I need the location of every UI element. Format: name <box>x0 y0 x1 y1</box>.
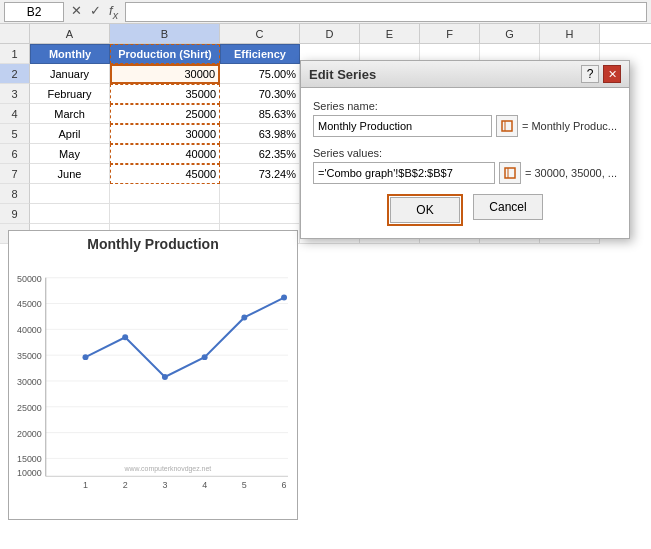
series-name-label: Series name: <box>313 100 617 112</box>
row-num-2: 2 <box>0 64 30 84</box>
series-values-input[interactable] <box>313 162 495 184</box>
column-headers: A B C D E F G H <box>0 24 651 44</box>
cell-C4[interactable]: 85.63% <box>220 104 300 124</box>
row-num-5: 5 <box>0 124 30 144</box>
dialog-title: Edit Series <box>309 67 376 82</box>
formula-bar: ✕ ✓ fx <box>0 0 651 24</box>
ref-icon <box>501 120 513 132</box>
cell-A7[interactable]: June <box>30 164 110 184</box>
series-name-eq: = Monthly Produc... <box>522 120 617 132</box>
row-num-8: 8 <box>0 184 30 204</box>
cancel-button[interactable]: Cancel <box>473 194 543 220</box>
svg-text:5: 5 <box>242 480 247 490</box>
series-name-input[interactable] <box>313 115 492 137</box>
row-num-1: 1 <box>0 44 30 64</box>
cell-C6[interactable]: 62.35% <box>220 144 300 164</box>
cell-B5[interactable]: 30000 <box>110 124 220 144</box>
dialog-help-button[interactable]: ? <box>581 65 599 83</box>
series-values-label: Series values: <box>313 147 617 159</box>
cell-A3[interactable]: February <box>30 84 110 104</box>
svg-text:45000: 45000 <box>17 300 42 310</box>
cell-C1[interactable]: Efficiency <box>220 44 300 64</box>
svg-text:20000: 20000 <box>17 429 42 439</box>
cell-B3[interactable]: 35000 <box>110 84 220 104</box>
cell-A6[interactable]: May <box>30 144 110 164</box>
dialog-body: Series name: = Monthly Produc... Series … <box>301 88 629 238</box>
col-header-B[interactable]: B <box>110 24 220 43</box>
cell-C5[interactable]: 63.98% <box>220 124 300 144</box>
cell-B2[interactable]: 30000 <box>110 64 220 84</box>
svg-rect-26 <box>502 121 512 131</box>
chart-inner: 50000 45000 40000 35000 30000 25000 2000… <box>14 257 292 497</box>
cell-B4[interactable]: 25000 <box>110 104 220 124</box>
series-values-row: = 30000, 35000, ... <box>313 162 617 184</box>
chart-area: Monthly Production 50000 45000 40000 350… <box>8 230 298 520</box>
cell-A8[interactable] <box>30 184 110 204</box>
cell-C8[interactable] <box>220 184 300 204</box>
svg-text:2: 2 <box>123 480 128 490</box>
row-numbers: 1 2 3 4 5 6 7 8 9 10 <box>0 44 30 244</box>
dialog-titlebar: Edit Series ? ✕ <box>301 61 629 88</box>
row-num-7: 7 <box>0 164 30 184</box>
svg-text:25000: 25000 <box>17 403 42 413</box>
spreadsheet: ✕ ✓ fx A B C D E F G H 1 2 3 4 5 6 7 8 9… <box>0 0 651 549</box>
cell-B1[interactable]: Production (Shirt) <box>110 44 220 64</box>
edit-series-dialog: Edit Series ? ✕ Series name: = Monthly P… <box>300 60 630 239</box>
svg-text:www.computerknovdgez.net: www.computerknovdgez.net <box>124 465 212 473</box>
series-name-row: = Monthly Produc... <box>313 115 617 137</box>
row-num-3: 3 <box>0 84 30 104</box>
cell-B6[interactable]: 40000 <box>110 144 220 164</box>
chart-point-4 <box>202 354 208 360</box>
cell-C2[interactable]: 75.00% <box>220 64 300 84</box>
chart-point-6 <box>281 295 287 301</box>
cell-C7[interactable]: 73.24% <box>220 164 300 184</box>
function-icon[interactable]: fx <box>106 3 121 21</box>
col-header-G[interactable]: G <box>480 24 540 43</box>
chart-line <box>85 298 284 377</box>
chart-svg: 50000 45000 40000 35000 30000 25000 2000… <box>14 257 292 497</box>
chart-point-5 <box>241 314 247 320</box>
col-header-A[interactable]: A <box>30 24 110 43</box>
cell-B8[interactable] <box>110 184 220 204</box>
svg-text:50000: 50000 <box>17 274 42 284</box>
confirm-icon[interactable]: ✓ <box>87 3 104 21</box>
col-header-D[interactable]: D <box>300 24 360 43</box>
cell-A5[interactable]: April <box>30 124 110 144</box>
col-header-E[interactable]: E <box>360 24 420 43</box>
series-values-ref-btn[interactable] <box>499 162 521 184</box>
cell-A4[interactable]: March <box>30 104 110 124</box>
formula-input[interactable] <box>125 2 647 22</box>
ref-icon-2 <box>504 167 516 179</box>
svg-text:4: 4 <box>202 480 207 490</box>
chart-point-2 <box>122 334 128 340</box>
svg-text:6: 6 <box>282 480 287 490</box>
col-header-H[interactable]: H <box>540 24 600 43</box>
chart-title: Monthly Production <box>14 236 292 252</box>
row-num-9: 9 <box>0 204 30 224</box>
dialog-close-button[interactable]: ✕ <box>603 65 621 83</box>
cell-C3[interactable]: 70.30% <box>220 84 300 104</box>
series-name-ref-btn[interactable] <box>496 115 518 137</box>
svg-text:30000: 30000 <box>17 377 42 387</box>
dialog-controls: ? ✕ <box>581 65 621 83</box>
col-header-C[interactable]: C <box>220 24 300 43</box>
svg-text:3: 3 <box>162 480 167 490</box>
cell-A1[interactable]: Monthly <box>30 44 110 64</box>
svg-text:40000: 40000 <box>17 325 42 335</box>
series-values-eq: = 30000, 35000, ... <box>525 167 617 179</box>
cell-B7[interactable]: 45000 <box>110 164 220 184</box>
name-box[interactable] <box>4 2 64 22</box>
svg-rect-28 <box>505 168 515 178</box>
ok-button[interactable]: OK <box>390 197 460 223</box>
ok-btn-wrapper: OK <box>387 194 463 226</box>
cancel-icon[interactable]: ✕ <box>68 3 85 21</box>
row-num-4: 4 <box>0 104 30 124</box>
dialog-buttons: OK Cancel <box>313 194 617 226</box>
chart-point-3 <box>162 374 168 380</box>
svg-text:15000: 15000 <box>17 454 42 464</box>
col-header-F[interactable]: F <box>420 24 480 43</box>
cell-A2[interactable]: January <box>30 64 110 84</box>
chart-point-1 <box>83 354 89 360</box>
row-num-6: 6 <box>0 144 30 164</box>
svg-text:35000: 35000 <box>17 351 42 361</box>
